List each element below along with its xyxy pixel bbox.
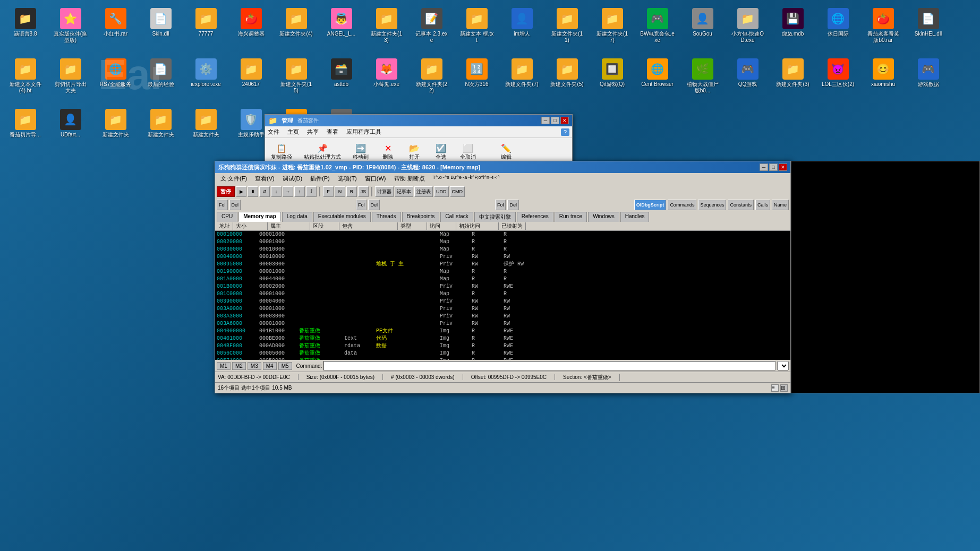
memory-row-0[interactable]: 00010000 00001000 Map R R (215, 231, 790, 238)
tb-run-to[interactable]: ⤴ (306, 186, 317, 197)
m2-btn[interactable]: M2 (232, 362, 246, 370)
desktop-icon-38[interactable]: 🎮 QQ游戏 (728, 56, 768, 104)
ribbon-deselect-all[interactable]: ⬜ 全取消 (457, 142, 479, 162)
odbgscript-btn[interactable]: OlDbgScript (634, 200, 667, 210)
del-btn-1[interactable]: Del (229, 200, 241, 210)
desktop-icon-17[interactable]: 📁 小方包-快速OD.exe (728, 5, 768, 53)
desktop-icon-40[interactable]: 👿 LOL三区伙(2) (818, 56, 858, 104)
desktop-icon-37[interactable]: 🌿 植物大战僵尸版b0... (683, 56, 722, 104)
tb-step-over[interactable]: → (283, 186, 293, 197)
fol-btn-3[interactable]: Fol (495, 200, 506, 210)
menu-file[interactable]: 文件 (268, 128, 279, 136)
tb-step-into[interactable]: ↓ (271, 186, 282, 197)
desktop-icon-29[interactable]: 🗃️ asttdb (321, 56, 361, 104)
ribbon-edit[interactable]: ✏️ 编辑 (496, 142, 517, 162)
tab-run-trace[interactable]: Run trace (555, 212, 587, 222)
tb-run[interactable]: ▶ (236, 186, 246, 197)
menu-view-dbg[interactable]: 查看(V) (252, 174, 277, 183)
tb-r[interactable]: R (346, 186, 357, 197)
tab-breakpoints[interactable]: Breakpoints (402, 212, 440, 222)
desktop-icon-14[interactable]: 📁 新建文件夹(17) (592, 5, 632, 53)
desktop-icon-33[interactable]: 📁 新建文件夹(7) (502, 56, 542, 104)
menu-options[interactable]: 选项(T) (335, 174, 360, 183)
desktop-icon-1[interactable]: 📁 涵语言8.8 (5, 5, 45, 53)
ribbon-open[interactable]: 📂 打开 (404, 142, 425, 162)
memory-row-15[interactable]: 004BF000 000AD000 番茄重做 rdata 数据 Img R RW… (215, 342, 790, 350)
command-input[interactable] (323, 361, 776, 371)
desktop-icon-8[interactable]: 👼 ANGEL_L... (321, 5, 361, 53)
desktop-icon-42[interactable]: 🎮 游戏数据 (908, 56, 948, 104)
memory-row-12[interactable]: 003A6000 00001000 Priv RW RW (215, 320, 790, 328)
desktop-icon-11[interactable]: 📁 新建文本 框.txt (457, 5, 497, 53)
memory-row-10[interactable]: 003A0000 00001000 Priv RW RW (215, 305, 790, 313)
desktop-icon-22[interactable]: 📁 新建文本文件(4).bt (5, 56, 45, 104)
desktop-icon-2[interactable]: ⭐ 真实版伙伴(换型版) (50, 5, 90, 53)
desktop-icon-28[interactable]: 📁 新建文件夹(15) (276, 56, 316, 104)
maximize-button[interactable]: □ (551, 117, 559, 124)
desktop-icon-24[interactable]: 🌐 RS7全能服务 (96, 56, 135, 104)
tb-f[interactable]: F (323, 186, 334, 197)
command-dropdown[interactable] (777, 361, 789, 371)
desktop-icon-44[interactable]: 👤 UDfart... (50, 106, 90, 154)
commands-btn[interactable]: Commands (668, 200, 696, 210)
desktop-icon-6[interactable]: 🍅 海兴调整器 (231, 5, 271, 53)
tb-udd[interactable]: UDD (434, 186, 449, 197)
close-button[interactable]: ✕ (560, 117, 569, 124)
desktop-icon-43[interactable]: 📁 番茄切片导... (5, 106, 45, 154)
tab-call-stack[interactable]: Call stack (440, 212, 473, 222)
desktop-icon-23[interactable]: 📁 剪切切片导出大夫 (50, 56, 90, 104)
ribbon-delete[interactable]: ✕ 删除 (377, 142, 398, 162)
memory-row-16[interactable]: 0056C000 00005000 番茄重做 data Img R RWE (215, 350, 790, 357)
desktop-icon-19[interactable]: 🌐 休日国际 (818, 5, 858, 53)
tab-cpu[interactable]: CPU (217, 212, 237, 222)
desktop-icon-15[interactable]: 🎮 BW电竞套包.exe (637, 5, 677, 53)
stop-button[interactable]: 暂停 (217, 186, 235, 197)
desktop-icon-4[interactable]: 📄 Skin.dll (141, 5, 181, 53)
detail-view-btn[interactable]: ⊞ (780, 384, 788, 392)
desktop-icon-36[interactable]: 🌐 Cent Browser (637, 56, 677, 104)
m4-btn[interactable]: M4 (263, 362, 277, 370)
tab-executable-modules[interactable]: Executable modules (313, 212, 371, 222)
fol-btn-2[interactable]: Fol (356, 200, 367, 210)
memory-row-1[interactable]: 00020000 00001000 Map R R (215, 238, 790, 246)
tb-notepad[interactable]: 记事本 (395, 186, 413, 197)
menu-file-dbg[interactable]: 文·文件(F) (218, 174, 250, 183)
desktop-icon-34[interactable]: 📁 新建文件夹(5) (547, 56, 587, 104)
menu-home[interactable]: 主页 (287, 128, 299, 136)
menu-share[interactable]: 共享 (307, 128, 319, 136)
menu-plugin[interactable]: 插件(P) (308, 174, 333, 183)
desktop-icon-5[interactable]: 📁 77777 (186, 5, 226, 53)
desktop-icon-47[interactable]: 📁 新建文件夹 (186, 106, 226, 154)
desktop-icon-10[interactable]: 📝 记事本 2.3.exe (412, 5, 451, 53)
memory-row-11[interactable]: 003A3000 00003000 Priv RW RW (215, 313, 790, 320)
help-button[interactable]: ? (561, 128, 569, 136)
tab-log-data[interactable]: Log data (282, 212, 312, 222)
desktop-icon-26[interactable]: ⚙️ iexplorer.exe (186, 56, 226, 104)
tb-restart[interactable]: ↺ (259, 186, 270, 197)
del-btn-2[interactable]: Del (368, 200, 380, 210)
menu-window[interactable]: 窗口(W) (362, 174, 389, 183)
memory-row-2[interactable]: 00030000 00010000 Map R R (215, 246, 790, 253)
desktop-icon-46[interactable]: 📁 新建文件夹 (141, 106, 181, 154)
menu-help[interactable]: 帮助 新断点 (391, 174, 428, 183)
constants-btn[interactable]: Constants (728, 200, 754, 210)
tab-memory-map[interactable]: Memory map (238, 212, 281, 222)
tb-registry[interactable]: 注册表 (414, 186, 433, 197)
memory-row-3[interactable]: 00040000 00010000 Priv RW RW (215, 253, 790, 261)
ribbon-move-to[interactable]: ➡️ 移动到 (350, 142, 372, 162)
minimize-button[interactable]: ─ (541, 117, 550, 124)
desktop-icon-31[interactable]: 📁 新建文件夹(22) (412, 56, 451, 104)
desktop-icon-7[interactable]: 📁 新建文件夹(4) (276, 5, 316, 53)
tab-windows[interactable]: Windows (588, 212, 619, 222)
desktop-icon-39[interactable]: 📁 新建文件夹(3) (773, 56, 813, 104)
tab-handles[interactable]: Handles (620, 212, 650, 222)
desktop-icon-32[interactable]: 🔢 N次方316 (457, 56, 497, 104)
desktop-icon-27[interactable]: 📁 240617 (231, 56, 271, 104)
tb-step-out[interactable]: ↑ (294, 186, 305, 197)
desktop-icon-21[interactable]: 📄 SkinHEL.dll (908, 5, 948, 53)
m5-btn[interactable]: M5 (278, 362, 292, 370)
ribbon-paste-batch[interactable]: 📌 粘贴批处理方式 (301, 142, 344, 162)
memory-row-4[interactable]: 00095000 00003000 堆栈 于 主 Priv RW 保护 RW (215, 261, 790, 268)
m1-btn[interactable]: M1 (217, 362, 231, 370)
desktop-icon-13[interactable]: 📁 新建文件夹(11) (547, 5, 587, 53)
